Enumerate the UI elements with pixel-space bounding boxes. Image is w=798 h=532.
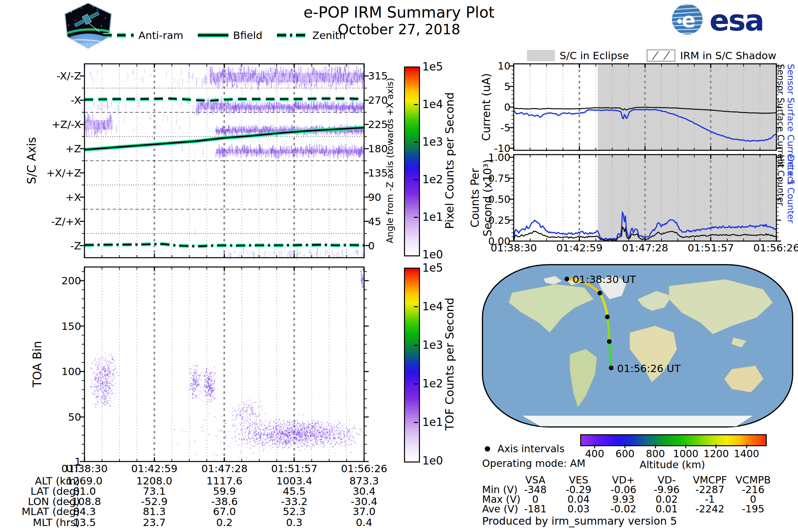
colorbar-tick-label: 1e0	[422, 248, 443, 261]
colorbar-tick-label: 1e4	[422, 98, 443, 111]
altitude-tick-label: 400	[585, 448, 604, 459]
sensor-current-plot	[514, 64, 776, 150]
voltage-row-label: Ave (V)	[482, 503, 518, 515]
time-tick-label: 01:47:28	[622, 242, 668, 254]
counts-tick-label: 0.50	[488, 193, 510, 205]
axis-interval-dot	[607, 339, 611, 344]
sc-axis-spectrogram	[84, 64, 364, 258]
colorbar-tick	[414, 217, 418, 218]
legend-item-anti-ram: Anti-ram	[103, 29, 183, 41]
altitude-tick-label: 800	[646, 448, 665, 459]
legend-label: Bfield	[233, 29, 262, 41]
colorbar-tick-label: 1e1	[422, 210, 443, 224]
colorbar-tick	[414, 345, 418, 346]
colorbar-tick-label: 1e2	[422, 377, 443, 390]
sc-axis-tick-label: -X/-Z	[57, 70, 81, 82]
toa-tick-label: 50	[68, 411, 81, 423]
ephemeris-cell: 37.0	[353, 506, 375, 517]
angle-tick-label: 90	[368, 191, 381, 203]
ephemeris-cell: 01:51:57	[271, 462, 317, 474]
counts-tick-label: 1.00	[488, 152, 510, 163]
sc-axis-tick-label: +X/+Z	[46, 167, 81, 179]
zenith-line-icon	[277, 33, 307, 38]
ephemeris-cell: 01:42:59	[131, 462, 177, 474]
legend-item-bfield: Bfield	[198, 29, 262, 41]
plot1-ylabel: S/C Axis	[25, 137, 38, 184]
esa-logo: e esa	[670, 3, 773, 36]
axis-intervals-label: Axis intervals	[497, 443, 565, 455]
eclipse-swatch-icon	[527, 50, 555, 61]
time-tick-label: 01:51:57	[688, 242, 734, 254]
legend-label: Anti-ram	[138, 29, 183, 41]
colorbar-tick	[414, 141, 418, 142]
colorbar-tick-label: 1e0	[422, 454, 443, 467]
angle-tick-label: 135	[368, 167, 388, 179]
eclipse-legend: S/C in Eclipse IRM in S/C Shadow	[519, 49, 785, 62]
angle-tick-label: 45	[368, 215, 381, 227]
patch-label: CASSIOPE	[75, 42, 101, 47]
axis-interval-dot-icon	[485, 446, 490, 452]
counts-tick-label: 0.25	[488, 214, 510, 226]
ephemeris-cell: 23.7	[142, 516, 166, 528]
toa-bin-scatter	[84, 267, 364, 461]
current-tick-label: 5	[504, 81, 510, 92]
legend-item-zenith: Zenith	[277, 29, 345, 41]
axis-interval-dot	[609, 366, 613, 370]
ephemeris-cell: 0.3	[286, 516, 302, 528]
voltage-cell: -2242	[695, 503, 724, 515]
current-tick-label: -5	[500, 122, 510, 133]
colorbar2-label: TOF Counts per Second	[443, 298, 456, 431]
voltage-cell: 0.01	[656, 503, 678, 515]
tof-counts-colorbar	[404, 268, 420, 462]
angle-tick-label: 0	[368, 240, 375, 252]
axis-interval-dot	[597, 291, 602, 296]
ground-track-map	[480, 263, 795, 429]
voltage-cell: -195	[742, 503, 764, 515]
voltage-cell: 0.03	[568, 503, 590, 515]
altitude-tick-label: 600	[615, 448, 634, 459]
ephemeris-row-label: MLAT (deg)	[22, 506, 80, 517]
counters-plot	[514, 155, 776, 241]
altitude-tick-label: 1000	[673, 448, 698, 459]
bfield-line-icon	[198, 33, 228, 38]
axis-intervals-legend: Axis intervals	[485, 443, 565, 455]
colorbar-tick-label: 1e5	[422, 261, 443, 274]
epop-irm-summary-plot: CASSIOPE e-POP IRM Summary Plot October …	[0, 0, 798, 532]
colorbar-tick	[414, 383, 418, 384]
sc-axis-tick-label: +Z/-X	[52, 118, 81, 130]
ephemeris-cell: 01:56:26	[341, 462, 387, 474]
altitude-tick-label: 1200	[704, 448, 729, 459]
produced-by-note: Produced by irm_summary version 5	[482, 515, 677, 527]
axis-interval-dot	[605, 315, 610, 319]
altitude-colorbar	[580, 434, 767, 446]
legend-label: Zenith	[312, 29, 345, 41]
angle-tick-label: 270	[368, 94, 388, 106]
angle-tick-label: 315	[368, 70, 388, 82]
colorbar-tick	[414, 104, 418, 105]
colorbar-tick-label: 1e2	[422, 173, 443, 186]
current-ylabel: Current (uA)	[480, 73, 493, 141]
voltage-cell: -181	[524, 503, 547, 515]
time-tick-label: 01:38:30	[491, 242, 537, 254]
colorbar-tick	[414, 422, 418, 423]
sc-axis-tick-label: -X	[71, 94, 81, 106]
legend-item-eclipse: S/C in Eclipse	[527, 50, 629, 61]
toa-tick-label: 200	[61, 274, 81, 287]
current-tick-label: 0	[504, 101, 510, 113]
colorbar1-label: Pixel Counts per Second	[443, 92, 456, 229]
ephemeris-cell: 01:47:28	[201, 462, 247, 474]
sc-axis-tick-label: +X	[65, 191, 81, 203]
colorbar-tick-label: 1e5	[422, 60, 443, 73]
ephemeris-cell: 67.0	[213, 506, 236, 517]
ephemeris-cell: 13.5	[73, 516, 96, 528]
legend-label: S/C in Eclipse	[559, 50, 629, 61]
ephemeris-cell: 84.3	[73, 506, 96, 517]
voltage-cell: -0.02	[610, 503, 636, 515]
map-start-time-label: 01:38:30 UT	[573, 273, 636, 285]
altitude-tick-label: 1400	[734, 448, 759, 459]
svg-text:e: e	[682, 8, 696, 32]
operating-mode: Operating mode: AM	[482, 457, 586, 469]
ephemeris-cell: 52.3	[283, 506, 306, 517]
plot2-ylabel: TOA Bin	[31, 341, 44, 387]
counts-right-label-blue: Detect Counter	[786, 155, 796, 224]
